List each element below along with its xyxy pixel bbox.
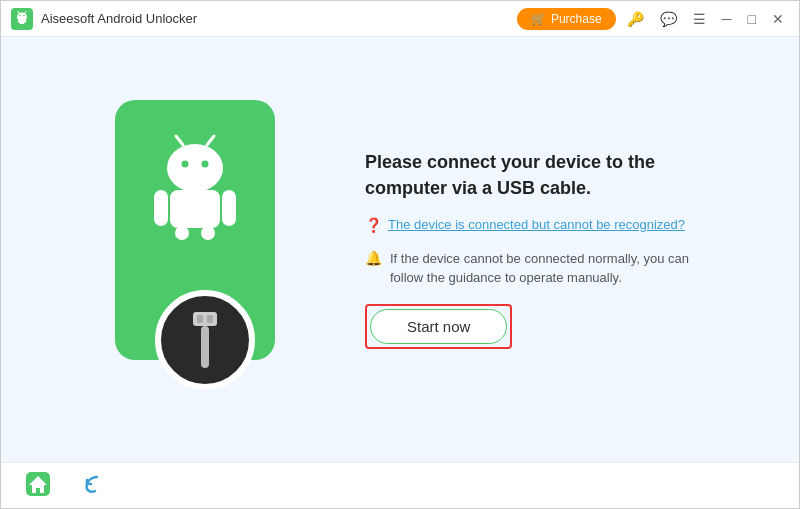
svg-rect-18 [201, 226, 215, 240]
main-content: Please connect your device to the comput… [1, 37, 799, 462]
maximize-icon: □ [748, 11, 756, 27]
key-icon: 🔑 [627, 11, 644, 27]
right-panel: Please connect your device to the comput… [365, 150, 705, 348]
svg-point-5 [19, 14, 21, 16]
main-title: Please connect your device to the comput… [365, 150, 705, 200]
usb-cable-icon [180, 310, 230, 370]
svg-point-10 [182, 160, 189, 167]
svg-rect-19 [193, 312, 217, 326]
menu-icon: ☰ [693, 11, 706, 27]
svg-rect-21 [207, 315, 213, 323]
svg-rect-22 [201, 326, 209, 368]
svg-point-11 [202, 160, 209, 167]
svg-rect-14 [170, 190, 220, 228]
purchase-label: Purchase [551, 12, 602, 26]
chat-button[interactable]: 💬 [655, 9, 682, 29]
svg-rect-3 [24, 19, 26, 23]
key-button[interactable]: 🔑 [622, 9, 649, 29]
svg-rect-4 [20, 21, 24, 24]
menu-button[interactable]: ☰ [688, 9, 711, 29]
minimize-icon: ─ [722, 11, 732, 27]
minimize-button[interactable]: ─ [717, 9, 737, 29]
svg-rect-17 [175, 226, 189, 240]
back-button[interactable] [71, 467, 113, 506]
svg-line-13 [207, 136, 214, 145]
svg-rect-20 [197, 315, 203, 323]
cart-icon: 🛒 [531, 12, 546, 26]
home-icon [25, 471, 51, 497]
chat-icon: 💬 [660, 11, 677, 27]
app-title: Aiseesoft Android Unlocker [41, 11, 197, 26]
app-icon [11, 8, 33, 30]
back-icon [79, 471, 105, 497]
android-robot-icon [140, 130, 250, 240]
usb-circle [155, 290, 255, 390]
close-icon: ✕ [772, 11, 784, 27]
help-link[interactable]: The device is connected but cannot be re… [388, 217, 685, 232]
svg-rect-2 [18, 19, 20, 23]
home-button[interactable] [17, 467, 59, 506]
bottom-bar [1, 462, 799, 509]
start-now-wrapper: Start now [365, 304, 512, 349]
help-link-row: ❓ The device is connected but cannot be … [365, 217, 705, 233]
title-bar: Aiseesoft Android Unlocker 🛒 Purchase 🔑 … [1, 1, 799, 37]
phone-illustration [95, 90, 315, 410]
maximize-button[interactable]: □ [743, 9, 761, 29]
close-button[interactable]: ✕ [767, 9, 789, 29]
guidance-text: If the device cannot be connected normal… [390, 249, 705, 288]
title-bar-left: Aiseesoft Android Unlocker [11, 8, 197, 30]
question-icon: ❓ [365, 217, 382, 233]
svg-point-9 [167, 144, 223, 192]
purchase-button[interactable]: 🛒 Purchase [517, 8, 616, 30]
start-now-button[interactable]: Start now [370, 309, 507, 344]
svg-rect-16 [222, 190, 236, 226]
svg-rect-15 [154, 190, 168, 226]
svg-line-12 [176, 136, 183, 145]
guidance-row: 🔔 If the device cannot be connected norm… [365, 249, 705, 288]
svg-point-6 [23, 14, 25, 16]
title-bar-right: 🛒 Purchase 🔑 💬 ☰ ─ □ ✕ [517, 8, 789, 30]
bell-icon: 🔔 [365, 250, 382, 266]
